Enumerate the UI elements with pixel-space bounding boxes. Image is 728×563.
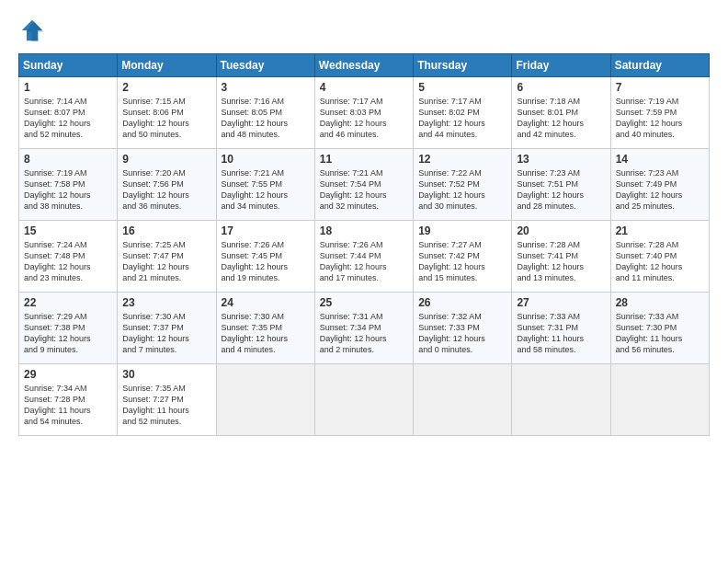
calendar-cell: 10Sunrise: 7:21 AM Sunset: 7:55 PM Dayli… xyxy=(216,149,314,221)
calendar-cell xyxy=(610,364,709,436)
calendar-cell: 9Sunrise: 7:20 AM Sunset: 7:56 PM Daylig… xyxy=(118,149,216,221)
day-number: 30 xyxy=(122,368,210,381)
calendar-cell: 24Sunrise: 7:30 AM Sunset: 7:35 PM Dayli… xyxy=(216,293,314,364)
day-number: 3 xyxy=(222,81,310,94)
calendar-cell: 26Sunrise: 7:32 AM Sunset: 7:33 PM Dayli… xyxy=(414,293,512,364)
calendar-cell: 1Sunrise: 7:14 AM Sunset: 8:07 PM Daylig… xyxy=(19,77,118,149)
calendar-cell: 3Sunrise: 7:16 AM Sunset: 8:05 PM Daylig… xyxy=(216,77,314,149)
day-number: 18 xyxy=(320,224,408,237)
col-friday: Friday xyxy=(512,54,610,77)
day-info: Sunrise: 7:15 AM Sunset: 8:06 PM Dayligh… xyxy=(122,96,210,141)
calendar-week-5: 29Sunrise: 7:34 AM Sunset: 7:28 PM Dayli… xyxy=(19,364,710,436)
calendar-cell: 7Sunrise: 7:19 AM Sunset: 7:59 PM Daylig… xyxy=(610,77,709,149)
day-number: 1 xyxy=(24,81,112,94)
day-info: Sunrise: 7:21 AM Sunset: 7:55 PM Dayligh… xyxy=(222,167,310,213)
day-number: 13 xyxy=(517,153,605,166)
day-info: Sunrise: 7:19 AM Sunset: 7:59 PM Dayligh… xyxy=(616,96,704,141)
day-info: Sunrise: 7:20 AM Sunset: 7:56 PM Dayligh… xyxy=(122,167,210,213)
calendar-cell: 21Sunrise: 7:28 AM Sunset: 7:40 PM Dayli… xyxy=(610,221,709,293)
day-number: 11 xyxy=(320,153,408,166)
calendar-cell: 5Sunrise: 7:17 AM Sunset: 8:02 PM Daylig… xyxy=(414,77,512,149)
day-info: Sunrise: 7:22 AM Sunset: 7:52 PM Dayligh… xyxy=(418,167,506,213)
calendar-cell: 17Sunrise: 7:26 AM Sunset: 7:45 PM Dayli… xyxy=(216,221,314,293)
calendar-cell: 12Sunrise: 7:22 AM Sunset: 7:52 PM Dayli… xyxy=(414,149,512,221)
page: Sunday Monday Tuesday Wednesday Thursday… xyxy=(0,0,728,563)
header-row: Sunday Monday Tuesday Wednesday Thursday… xyxy=(19,54,710,77)
day-info: Sunrise: 7:18 AM Sunset: 8:01 PM Dayligh… xyxy=(517,96,605,141)
calendar-week-2: 8Sunrise: 7:19 AM Sunset: 7:58 PM Daylig… xyxy=(19,149,710,221)
calendar-cell: 15Sunrise: 7:24 AM Sunset: 7:48 PM Dayli… xyxy=(19,221,118,293)
day-info: Sunrise: 7:19 AM Sunset: 7:58 PM Dayligh… xyxy=(24,167,112,213)
col-monday: Monday xyxy=(118,54,216,77)
day-number: 26 xyxy=(418,296,506,309)
day-number: 25 xyxy=(320,296,408,309)
calendar-cell: 28Sunrise: 7:33 AM Sunset: 7:30 PM Dayli… xyxy=(610,293,709,364)
day-number: 15 xyxy=(24,224,112,237)
day-number: 2 xyxy=(122,81,210,94)
day-number: 7 xyxy=(616,81,704,94)
calendar-cell xyxy=(216,364,314,436)
day-info: Sunrise: 7:34 AM Sunset: 7:28 PM Dayligh… xyxy=(24,383,112,428)
calendar-week-4: 22Sunrise: 7:29 AM Sunset: 7:38 PM Dayli… xyxy=(19,293,710,364)
day-number: 22 xyxy=(24,296,112,309)
day-number: 12 xyxy=(418,153,506,166)
day-number: 10 xyxy=(222,153,310,166)
calendar-cell: 14Sunrise: 7:23 AM Sunset: 7:49 PM Dayli… xyxy=(610,149,709,221)
day-number: 27 xyxy=(517,296,605,309)
day-number: 21 xyxy=(616,224,704,237)
calendar-cell: 22Sunrise: 7:29 AM Sunset: 7:38 PM Dayli… xyxy=(19,293,118,364)
day-info: Sunrise: 7:24 AM Sunset: 7:48 PM Dayligh… xyxy=(24,239,112,284)
calendar-cell: 27Sunrise: 7:33 AM Sunset: 7:31 PM Dayli… xyxy=(512,293,610,364)
col-saturday: Saturday xyxy=(610,54,709,77)
day-number: 5 xyxy=(418,81,506,94)
day-number: 20 xyxy=(517,224,605,237)
calendar-cell: 6Sunrise: 7:18 AM Sunset: 8:01 PM Daylig… xyxy=(512,77,610,149)
day-info: Sunrise: 7:30 AM Sunset: 7:37 PM Dayligh… xyxy=(122,311,210,356)
calendar-cell: 13Sunrise: 7:23 AM Sunset: 7:51 PM Dayli… xyxy=(512,149,610,221)
day-info: Sunrise: 7:33 AM Sunset: 7:30 PM Dayligh… xyxy=(616,311,704,356)
col-sunday: Sunday xyxy=(19,54,118,77)
calendar-cell: 19Sunrise: 7:27 AM Sunset: 7:42 PM Dayli… xyxy=(414,221,512,293)
day-info: Sunrise: 7:32 AM Sunset: 7:33 PM Dayligh… xyxy=(418,311,506,356)
day-info: Sunrise: 7:26 AM Sunset: 7:45 PM Dayligh… xyxy=(222,239,310,284)
day-number: 19 xyxy=(418,224,506,237)
day-info: Sunrise: 7:29 AM Sunset: 7:38 PM Dayligh… xyxy=(24,311,112,356)
day-info: Sunrise: 7:35 AM Sunset: 7:27 PM Dayligh… xyxy=(122,383,210,428)
calendar-cell xyxy=(512,364,610,436)
day-info: Sunrise: 7:23 AM Sunset: 7:51 PM Dayligh… xyxy=(517,167,605,213)
day-info: Sunrise: 7:28 AM Sunset: 7:41 PM Dayligh… xyxy=(517,239,605,284)
calendar-cell xyxy=(314,364,413,436)
calendar-week-1: 1Sunrise: 7:14 AM Sunset: 8:07 PM Daylig… xyxy=(19,77,710,149)
day-number: 28 xyxy=(616,296,704,309)
calendar-table: Sunday Monday Tuesday Wednesday Thursday… xyxy=(18,53,710,436)
day-number: 23 xyxy=(122,296,210,309)
day-number: 9 xyxy=(122,153,210,166)
day-info: Sunrise: 7:17 AM Sunset: 8:03 PM Dayligh… xyxy=(320,96,408,141)
calendar-cell: 23Sunrise: 7:30 AM Sunset: 7:37 PM Dayli… xyxy=(118,293,216,364)
calendar-cell: 16Sunrise: 7:25 AM Sunset: 7:47 PM Dayli… xyxy=(118,221,216,293)
day-info: Sunrise: 7:25 AM Sunset: 7:47 PM Dayligh… xyxy=(122,239,210,284)
day-number: 17 xyxy=(222,224,310,237)
day-number: 29 xyxy=(24,368,112,381)
day-number: 6 xyxy=(517,81,605,94)
day-info: Sunrise: 7:14 AM Sunset: 8:07 PM Dayligh… xyxy=(24,96,112,141)
day-number: 16 xyxy=(122,224,210,237)
col-thursday: Thursday xyxy=(414,54,512,77)
day-info: Sunrise: 7:27 AM Sunset: 7:42 PM Dayligh… xyxy=(418,239,506,284)
logo-icon xyxy=(18,17,46,44)
calendar-cell: 4Sunrise: 7:17 AM Sunset: 8:03 PM Daylig… xyxy=(314,77,413,149)
day-info: Sunrise: 7:30 AM Sunset: 7:35 PM Dayligh… xyxy=(222,311,310,356)
col-wednesday: Wednesday xyxy=(314,54,413,77)
day-info: Sunrise: 7:17 AM Sunset: 8:02 PM Dayligh… xyxy=(418,96,506,141)
day-info: Sunrise: 7:16 AM Sunset: 8:05 PM Dayligh… xyxy=(222,96,310,141)
calendar-cell: 30Sunrise: 7:35 AM Sunset: 7:27 PM Dayli… xyxy=(118,364,216,436)
day-number: 14 xyxy=(616,153,704,166)
calendar-cell: 18Sunrise: 7:26 AM Sunset: 7:44 PM Dayli… xyxy=(314,221,413,293)
col-tuesday: Tuesday xyxy=(216,54,314,77)
calendar-cell: 8Sunrise: 7:19 AM Sunset: 7:58 PM Daylig… xyxy=(19,149,118,221)
calendar-cell: 2Sunrise: 7:15 AM Sunset: 8:06 PM Daylig… xyxy=(118,77,216,149)
day-number: 8 xyxy=(24,153,112,166)
day-info: Sunrise: 7:31 AM Sunset: 7:34 PM Dayligh… xyxy=(320,311,408,356)
calendar-cell: 29Sunrise: 7:34 AM Sunset: 7:28 PM Dayli… xyxy=(19,364,118,436)
day-number: 4 xyxy=(320,81,408,94)
